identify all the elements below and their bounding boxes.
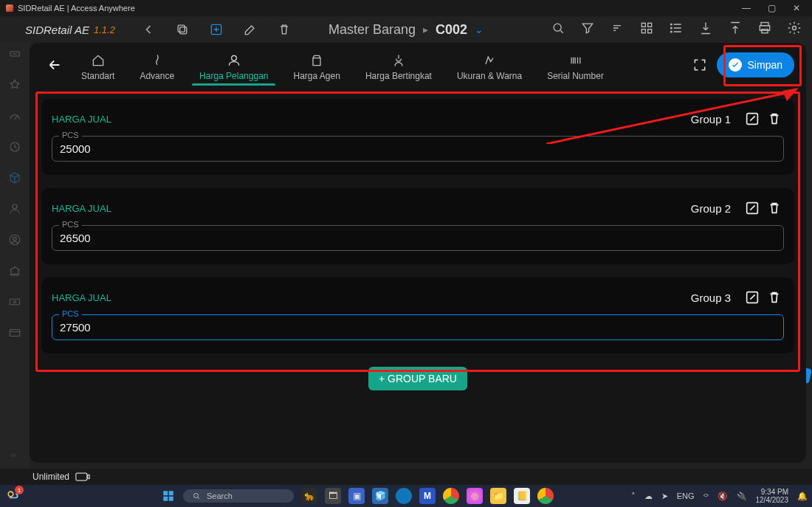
tray-wifi-icon[interactable]: ⌔ (703, 492, 709, 500)
tab-label: Ukuran & Warna (457, 71, 522, 81)
nav-back-icon[interactable] (140, 21, 156, 38)
tab-harga-agen[interactable]: Harga Agen (281, 44, 351, 86)
svg-point-8 (671, 24, 672, 25)
tray-lang[interactable]: ENG (677, 492, 695, 500)
group-title: HARGA JUAL (52, 292, 111, 303)
taskbar-explorer-icon[interactable]: 📁 (490, 488, 506, 504)
unit-label: PCS (59, 131, 82, 139)
tab-ukuran-warna[interactable]: Ukuran & Warna (445, 44, 534, 86)
svg-point-35 (194, 494, 199, 498)
copy-icon[interactable] (174, 21, 190, 38)
save-button[interactable]: Simpan (717, 52, 794, 77)
group-edit-button[interactable] (743, 288, 762, 307)
group-delete-button[interactable] (765, 288, 784, 307)
svg-rect-6 (641, 30, 645, 33)
breadcrumb: Master Barang ▸ C002 ⌄ (328, 22, 484, 38)
group-delete-button[interactable] (765, 109, 784, 128)
price-input[interactable] (52, 136, 784, 162)
panel-fullscreen-button[interactable] (689, 54, 711, 76)
export-icon[interactable] (728, 21, 743, 38)
tab-standart[interactable]: Standart (69, 44, 126, 86)
taskbar-chrome-icon[interactable] (443, 488, 459, 504)
breadcrumb-root: Master Barang (328, 22, 416, 38)
taskbar-search[interactable]: Search (183, 489, 294, 503)
taskbar-app-icon[interactable]: 🧊 (372, 488, 388, 504)
window-close-button[interactable]: ✕ (784, 3, 809, 13)
add-icon[interactable] (208, 21, 224, 38)
svg-rect-4 (641, 23, 645, 27)
svg-point-22 (231, 55, 236, 61)
app-statusbar: Unlimited (0, 469, 812, 485)
window-minimize-button[interactable]: — (734, 3, 759, 13)
trash-icon[interactable] (276, 21, 292, 38)
breadcrumb-code[interactable]: C002 (436, 22, 467, 38)
group-title: HARGA JUAL (52, 114, 111, 125)
tray-volume-icon[interactable]: 🔇 (718, 492, 728, 501)
window-maximize-button[interactable]: ▢ (759, 3, 784, 13)
tab-harga-bertingkat[interactable]: Harga Bertingkat (354, 44, 444, 86)
unit-label: PCS (59, 220, 82, 229)
tab-harga-pelanggan[interactable]: Harga Pelanggan (187, 44, 280, 86)
group-name: Group 2 (691, 202, 731, 215)
taskbar-edge-icon[interactable] (396, 488, 412, 504)
tray-battery-icon[interactable]: 🔌 (737, 492, 747, 501)
svg-rect-1 (178, 25, 185, 32)
price-input[interactable] (52, 314, 784, 340)
sort-icon[interactable] (610, 21, 625, 38)
group-title: HARGA JUAL (52, 203, 111, 214)
import-icon[interactable] (698, 21, 713, 38)
taskbar-app-icon[interactable]: M (419, 488, 436, 504)
taskbar-app-icon[interactable]: 📒 (514, 488, 530, 504)
price-input[interactable] (52, 225, 784, 251)
svg-rect-31 (163, 491, 168, 495)
panel-back-button[interactable] (41, 57, 68, 73)
taskbar-chrome-icon[interactable] (537, 488, 554, 504)
taskbar-systray: ˄ ☁ ➤ ENG ⌔ 🔇 🔌 9:34 PM 12/4/2023 🔔 (631, 489, 808, 504)
battery-icon (75, 472, 90, 481)
search-icon[interactable] (551, 21, 565, 38)
window-title: SIDRetail AE | Access Anywhere (18, 4, 135, 13)
svg-rect-0 (180, 27, 187, 34)
taskbar-weather-icon[interactable]: 1 (4, 488, 21, 504)
app-header: SIDRetail AE 1.1.2 Master Barang ▸ C002 … (0, 16, 812, 43)
tab-serial-number[interactable]: Serial Number (535, 44, 616, 86)
add-group-button[interactable]: + GROUP BARU (368, 367, 467, 390)
tab-advance[interactable]: Advance (128, 44, 186, 86)
settings-icon[interactable] (787, 21, 802, 38)
brand-label: SIDRetail AE (25, 24, 89, 36)
tab-label: Harga Agen (293, 71, 340, 81)
brand-version: 1.1.2 (94, 24, 115, 35)
plan-label: Unlimited (32, 472, 69, 482)
tray-chevron-icon[interactable]: ˄ (631, 492, 636, 501)
svg-rect-13 (762, 30, 768, 33)
taskbar-search-placeholder: Search (207, 492, 233, 500)
tray-location-icon[interactable]: ➤ (661, 492, 668, 501)
filter-icon[interactable] (580, 21, 595, 38)
group-edit-button[interactable] (743, 199, 762, 218)
group-delete-button[interactable] (765, 199, 784, 218)
price-group-card: HARGA JUAL Group 3 PCS (41, 277, 794, 353)
panel-content: HARGA JUAL Group 1 PCS HARGA JUAL Group … (30, 87, 806, 463)
tray-notifications-icon[interactable]: 🔔 (797, 492, 808, 501)
breadcrumb-arrow-icon: ▸ (423, 24, 428, 35)
print-icon[interactable] (757, 21, 772, 38)
tray-time: 9:34 PM (761, 489, 788, 496)
tray-date: 12/4/2023 (756, 497, 789, 504)
taskbar-app-icon[interactable]: ▣ (348, 488, 365, 504)
list-icon[interactable] (669, 21, 684, 38)
group-edit-button[interactable] (743, 109, 762, 128)
taskbar-app-icon[interactable]: 🗔 (325, 488, 341, 504)
svg-point-30 (8, 492, 13, 497)
edit-icon[interactable] (242, 21, 258, 38)
start-button[interactable] (161, 489, 176, 503)
grid-icon[interactable] (639, 21, 654, 38)
tray-clock[interactable]: 9:34 PM 12/4/2023 (756, 489, 789, 504)
group-name: Group 3 (691, 292, 731, 304)
taskbar-app-icon[interactable]: ◎ (467, 488, 483, 504)
price-group-card: HARGA JUAL Group 1 PCS (41, 99, 794, 175)
os-taskbar: 1 Search 🐆 🗔 ▣ 🧊 M ◎ 📁 📒 ˄ ☁ ➤ ENG ⌔ 🔇 🔌… (0, 485, 812, 507)
tray-cloud-icon[interactable]: ☁ (644, 492, 653, 501)
save-button-label: Simpan (748, 59, 782, 71)
chevron-down-icon[interactable]: ⌄ (475, 24, 484, 35)
taskbar-app-icon[interactable]: 🐆 (301, 488, 317, 504)
